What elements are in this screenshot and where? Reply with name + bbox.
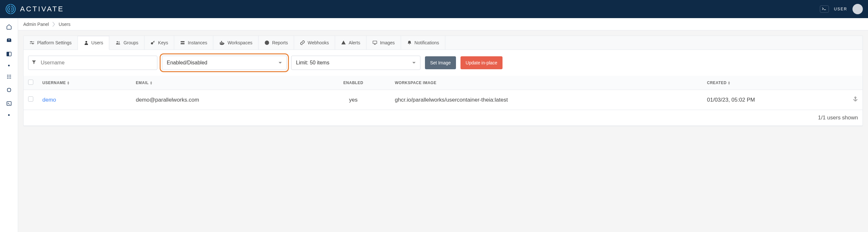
svg-point-14 — [10, 78, 11, 79]
svg-rect-24 — [181, 43, 185, 44]
svg-rect-16 — [7, 102, 11, 106]
sidenav-terminal[interactable] — [6, 100, 12, 107]
users-table: USERNAME▲▼ EMAIL▲▼ ENABLED WORKSPACE IMA… — [24, 76, 863, 126]
home-icon — [6, 24, 12, 30]
terminal-button[interactable] — [820, 5, 829, 12]
avatar[interactable] — [852, 4, 863, 14]
brand-text: ACTIVATE — [20, 5, 64, 13]
topbar: ACTIVATE USER — [0, 0, 868, 18]
sidenav-bug[interactable] — [6, 87, 12, 93]
user-icon — [84, 40, 89, 45]
col-created[interactable]: CREATED▲▼ — [703, 76, 848, 90]
terminal-icon — [822, 7, 827, 11]
tab-users[interactable]: Users — [78, 36, 110, 50]
admin-panel: Platform Settings Users Groups Keys Inst… — [23, 36, 863, 126]
cell-workspace-image: ghcr.io/parallelworks/usercontainer-thei… — [391, 90, 703, 110]
chevron-right-icon — [52, 21, 55, 27]
tab-reports[interactable]: Reports — [258, 36, 294, 50]
sort-icon: ▲▼ — [727, 81, 730, 85]
username-filter-input[interactable] — [28, 56, 157, 70]
sliders-icon — [29, 40, 35, 45]
bug-icon — [6, 87, 12, 93]
username-link[interactable]: demo — [42, 97, 56, 103]
update-in-place-button[interactable]: Update in-place — [461, 56, 502, 69]
logo-icon — [5, 4, 16, 14]
svg-point-15 — [7, 88, 11, 92]
svg-point-8 — [10, 75, 11, 76]
filter-icon — [31, 60, 36, 66]
sidenav-dot[interactable] — [8, 65, 10, 66]
tab-webhooks[interactable]: Webhooks — [294, 36, 335, 50]
alert-icon — [341, 40, 346, 45]
tab-label: Webhooks — [308, 40, 329, 45]
svg-rect-26 — [221, 42, 222, 44]
sidenav-inbox[interactable] — [6, 37, 12, 44]
tab-label: Keys — [158, 40, 168, 45]
breadcrumb: Admin Panel Users — [18, 18, 868, 30]
grid-icon — [6, 74, 12, 79]
svg-point-20 — [117, 41, 118, 42]
sidenav-dot-2[interactable] — [8, 114, 10, 116]
tab-instances[interactable]: Instances — [174, 36, 213, 50]
anchor-icon — [853, 96, 858, 102]
docker-icon — [219, 40, 225, 45]
key-icon — [150, 40, 155, 45]
tab-platform-settings[interactable]: Platform Settings — [24, 36, 78, 50]
user-label[interactable]: USER — [834, 7, 847, 11]
svg-point-6 — [7, 75, 8, 76]
select-value: Limit: 50 items — [296, 60, 329, 66]
sidenav-panels[interactable] — [6, 51, 12, 57]
tabs: Platform Settings Users Groups Keys Inst… — [24, 36, 863, 50]
breadcrumb-root[interactable]: Admin Panel — [23, 22, 49, 27]
tab-keys[interactable]: Keys — [145, 36, 174, 50]
sidenav-grid[interactable] — [6, 74, 12, 79]
link-icon — [300, 40, 305, 45]
tab-label: Notifications — [414, 40, 439, 45]
svg-point-11 — [10, 76, 11, 77]
svg-point-19 — [85, 41, 87, 43]
svg-point-21 — [119, 41, 120, 42]
tab-label: Alerts — [349, 40, 360, 45]
sidenav-home[interactable] — [6, 24, 12, 30]
select-value: Enabled/Disabled — [167, 60, 207, 66]
svg-point-17 — [30, 41, 32, 42]
col-email[interactable]: EMAIL▲▼ — [131, 76, 316, 90]
sort-icon: ▲▼ — [67, 81, 70, 85]
col-workspace-image: WORKSPACE IMAGE — [391, 76, 703, 90]
sort-icon: ▲▼ — [150, 81, 153, 85]
inbox-icon — [6, 37, 12, 44]
tab-label: Groups — [123, 40, 138, 45]
monitor-icon — [372, 40, 377, 45]
set-image-button[interactable]: Set Image — [425, 56, 456, 69]
svg-point-7 — [8, 75, 9, 76]
limit-select[interactable]: Limit: 50 items — [291, 56, 421, 70]
cell-email: demo@parallelworks.com — [131, 90, 316, 110]
tab-groups[interactable]: Groups — [109, 36, 145, 50]
tab-notifications[interactable]: Notifications — [401, 36, 445, 50]
row-checkbox[interactable] — [28, 96, 33, 102]
tab-label: Instances — [188, 40, 207, 45]
cell-created: 01/03/23, 05:02 PM — [703, 90, 848, 110]
tab-label: Workspaces — [227, 40, 252, 45]
select-all-checkbox[interactable] — [28, 80, 33, 85]
breadcrumb-current: Users — [59, 22, 70, 27]
status-filter-select[interactable]: Enabled/Disabled — [162, 56, 287, 70]
users-icon — [115, 40, 121, 45]
tab-label: Users — [91, 40, 103, 45]
tab-images[interactable]: Images — [367, 36, 401, 50]
brand-logo[interactable]: ACTIVATE — [5, 4, 64, 14]
svg-rect-29 — [373, 41, 377, 44]
col-username[interactable]: USERNAME▲▼ — [38, 76, 131, 90]
svg-rect-23 — [181, 41, 185, 42]
tab-alerts[interactable]: Alerts — [335, 36, 367, 50]
row-action[interactable] — [848, 90, 863, 110]
table-row: demo demo@parallelworks.com yes ghcr.io/… — [24, 90, 863, 110]
bell-icon — [407, 40, 412, 45]
panels-icon — [6, 51, 12, 57]
tab-workspaces[interactable]: Workspaces — [213, 36, 258, 50]
svg-point-13 — [8, 78, 9, 79]
svg-point-12 — [7, 78, 8, 79]
col-enabled: ENABLED — [316, 76, 391, 90]
cell-enabled: yes — [316, 90, 391, 110]
filter-bar: Enabled/Disabled Limit: 50 items Set Ima… — [24, 50, 863, 76]
